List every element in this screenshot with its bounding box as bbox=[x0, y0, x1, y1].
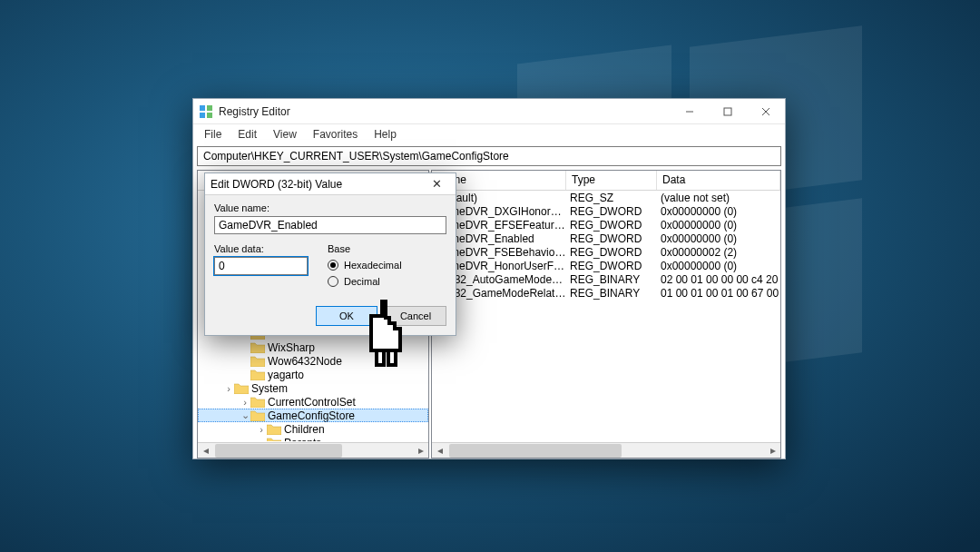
values-horizontal-scrollbar[interactable]: ◂ ▸ bbox=[432, 442, 780, 458]
svg-rect-0 bbox=[200, 105, 205, 111]
address-bar[interactable]: Computer\HKEY_CURRENT_USER\System\GameCo… bbox=[197, 146, 781, 166]
values-pane: Name Type Data (Default)REG_SZ(value not… bbox=[431, 170, 781, 458]
tree-horizontal-scrollbar[interactable]: ◂ ▸ bbox=[198, 442, 428, 458]
value-data: 01 00 01 00 01 00 67 00 61 00 6 bbox=[657, 287, 780, 300]
dialog-title: Edit DWORD (32-bit) Value bbox=[211, 178, 423, 191]
value-data-label: Value data: bbox=[214, 243, 328, 254]
value-type: REG_DWORD bbox=[566, 205, 657, 218]
tree-item-label: WixSharp bbox=[268, 341, 315, 354]
minimize-button[interactable] bbox=[671, 99, 709, 124]
menu-edit[interactable]: Edit bbox=[230, 126, 264, 143]
scroll-right-icon[interactable]: ▸ bbox=[765, 443, 780, 458]
tree-item-label: GameConfigStore bbox=[268, 409, 355, 422]
value-row[interactable]: GameDVR_FSEBehaviorModeREG_DWORD0x000000… bbox=[432, 245, 780, 259]
tree-item[interactable]: WixSharp bbox=[198, 340, 428, 354]
radio-decimal[interactable]: Decimal bbox=[328, 273, 446, 290]
value-name-input[interactable] bbox=[214, 216, 446, 234]
tree-item-label: CurrentControlSet bbox=[268, 396, 356, 409]
radio-icon bbox=[328, 260, 338, 271]
ok-button[interactable]: OK bbox=[316, 306, 377, 326]
folder-icon bbox=[250, 369, 265, 380]
column-header-data[interactable]: Data bbox=[657, 171, 780, 190]
value-data: 0x00000002 (2) bbox=[657, 246, 780, 259]
dialog-close-button[interactable]: ✕ bbox=[423, 177, 450, 191]
value-row[interactable]: GameDVR_EFSEFeatureFlagsREG_DWORD0x00000… bbox=[432, 218, 780, 232]
base-group-label: Base bbox=[328, 243, 446, 254]
menu-file[interactable]: File bbox=[197, 126, 229, 143]
scroll-left-icon[interactable]: ◂ bbox=[198, 443, 213, 458]
radio-hexadecimal[interactable]: Hexadecimal bbox=[328, 257, 446, 273]
value-type: REG_DWORD bbox=[566, 232, 657, 245]
folder-icon bbox=[267, 423, 281, 435]
tree-item[interactable]: ⌄GameConfigStore bbox=[198, 409, 428, 422]
titlebar[interactable]: Registry Editor bbox=[193, 99, 785, 124]
folder-icon bbox=[234, 382, 249, 394]
value-type: REG_SZ bbox=[566, 192, 657, 204]
scroll-right-icon[interactable]: ▸ bbox=[413, 443, 428, 458]
expand-icon[interactable]: › bbox=[256, 438, 267, 442]
menu-view[interactable]: View bbox=[266, 126, 304, 143]
menu-help[interactable]: Help bbox=[367, 126, 404, 143]
expand-icon[interactable]: › bbox=[223, 383, 234, 394]
tree-item[interactable]: ›Children bbox=[198, 422, 428, 436]
svg-rect-2 bbox=[200, 113, 205, 118]
dialog-titlebar[interactable]: Edit DWORD (32-bit) Value ✕ bbox=[205, 173, 456, 195]
svg-rect-3 bbox=[207, 113, 212, 118]
svg-rect-5 bbox=[724, 108, 731, 115]
column-header-type[interactable]: Type bbox=[566, 171, 657, 190]
tree-item[interactable]: ›CurrentControlSet bbox=[198, 395, 428, 409]
values-header[interactable]: Name Type Data bbox=[432, 171, 780, 191]
folder-icon bbox=[250, 355, 265, 367]
scroll-left-icon[interactable]: ◂ bbox=[432, 443, 447, 458]
value-row[interactable]: Win32_GameModeRelated...REG_BINARY01 00 … bbox=[432, 286, 780, 300]
close-button[interactable] bbox=[747, 99, 785, 124]
maximize-button[interactable] bbox=[709, 99, 747, 124]
tree-item[interactable]: Wow6432Node bbox=[198, 354, 428, 368]
value-data: (value not set) bbox=[657, 192, 780, 204]
expand-icon[interactable]: › bbox=[240, 397, 250, 408]
value-data: 02 00 01 00 00 00 c4 20 00 00 0 bbox=[657, 273, 780, 286]
window-title: Registry Editor bbox=[219, 105, 671, 118]
value-type: REG_DWORD bbox=[566, 260, 657, 272]
expand-icon[interactable]: ⌄ bbox=[240, 409, 250, 421]
value-data: 0x00000000 (0) bbox=[657, 232, 780, 245]
tree-item-label: Children bbox=[284, 423, 325, 436]
value-data-input[interactable] bbox=[214, 257, 308, 275]
value-data: 0x00000000 (0) bbox=[657, 219, 780, 232]
value-row[interactable]: Win32_AutoGameModeDef...REG_BINARY02 00 … bbox=[432, 272, 780, 286]
tree-item-label: Parents bbox=[284, 437, 321, 442]
cancel-button[interactable]: Cancel bbox=[385, 306, 446, 326]
value-type: REG_DWORD bbox=[566, 246, 657, 259]
edit-dword-dialog: Edit DWORD (32-bit) Value ✕ Value name: … bbox=[204, 172, 456, 336]
value-data: 0x00000000 (0) bbox=[657, 260, 780, 272]
tree-item-label: System bbox=[251, 382, 288, 395]
tree-item[interactable]: ›System bbox=[198, 381, 428, 395]
value-row[interactable]: (Default)REG_SZ(value not set) bbox=[432, 191, 780, 204]
value-type: REG_DWORD bbox=[566, 219, 657, 232]
app-icon bbox=[199, 104, 213, 119]
svg-rect-1 bbox=[207, 105, 212, 111]
value-row[interactable]: GameDVR_EnabledREG_DWORD0x00000000 (0) bbox=[432, 232, 780, 245]
folder-icon bbox=[250, 341, 265, 353]
value-row[interactable]: GameDVR_DXGIHonorFSE...REG_DWORD0x000000… bbox=[432, 204, 780, 218]
tree-item[interactable]: ›Parents bbox=[198, 436, 428, 441]
value-name-label: Value name: bbox=[214, 202, 446, 213]
tree-item-label: Wow6432Node bbox=[268, 355, 342, 368]
folder-icon bbox=[250, 396, 265, 408]
folder-icon bbox=[250, 409, 265, 421]
tree-item-label: yagarto bbox=[268, 369, 304, 381]
menubar: File Edit View Favorites Help bbox=[193, 124, 785, 144]
menu-favorites[interactable]: Favorites bbox=[306, 126, 365, 143]
value-row[interactable]: GameDVR_HonorUserFSEB...REG_DWORD0x00000… bbox=[432, 259, 780, 272]
radio-icon bbox=[328, 276, 338, 287]
tree-item[interactable]: yagarto bbox=[198, 368, 428, 381]
expand-icon[interactable]: › bbox=[256, 424, 267, 435]
value-data: 0x00000000 (0) bbox=[657, 205, 780, 218]
folder-icon bbox=[267, 437, 281, 441]
value-type: REG_BINARY bbox=[566, 287, 657, 300]
value-type: REG_BINARY bbox=[566, 273, 657, 286]
